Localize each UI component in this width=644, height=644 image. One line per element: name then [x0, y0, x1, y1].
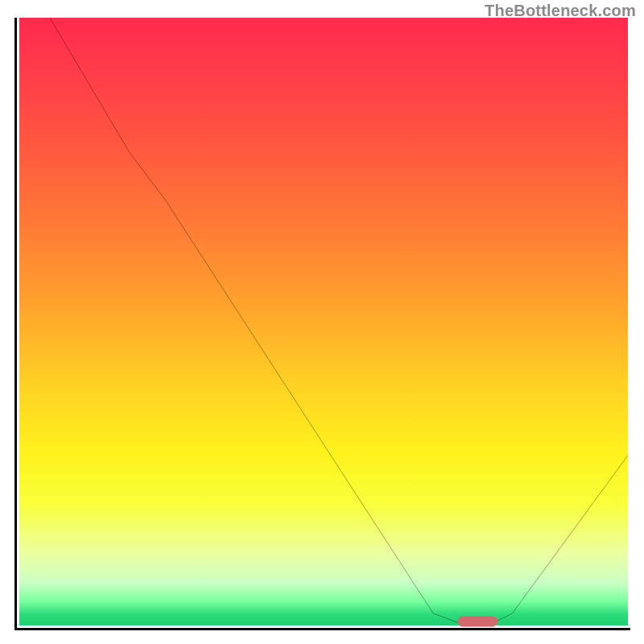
optimal-marker — [457, 617, 497, 627]
bottleneck-curve — [19, 18, 628, 625]
plot-area — [14, 18, 630, 630]
chart-container: TheBottleneck.com — [0, 0, 644, 644]
plot-inner — [17, 18, 630, 628]
